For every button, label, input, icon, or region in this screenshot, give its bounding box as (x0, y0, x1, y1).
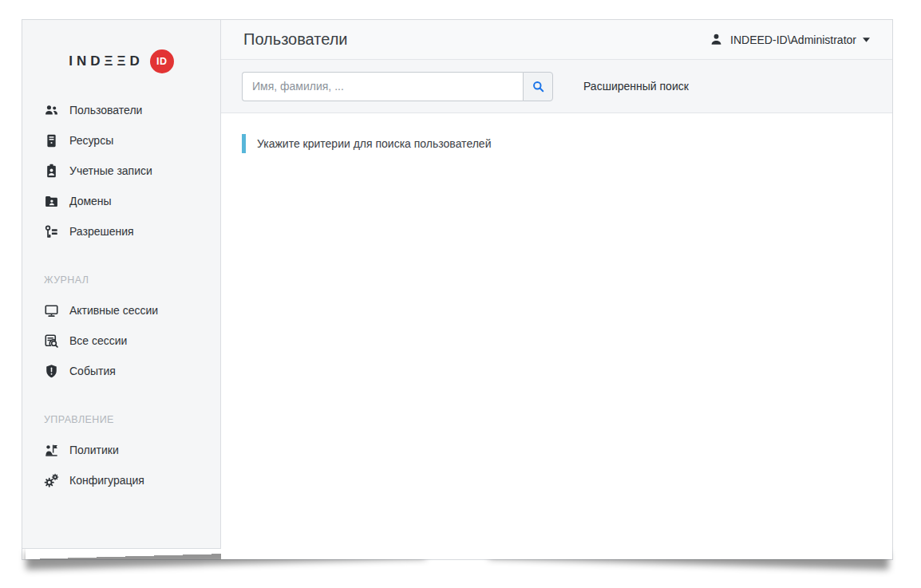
server-icon (44, 133, 59, 148)
sidebar-item[interactable]: Разрешения (44, 216, 220, 247)
sidebar-item-label: Ресурсы (69, 134, 113, 147)
shield-alert-icon (44, 364, 59, 379)
sidebar-item-label: События (69, 365, 116, 377)
key-list-icon (44, 224, 59, 239)
sidebar-item[interactable]: Ресурсы (44, 125, 220, 156)
sidebar-item-label: Домены (69, 195, 112, 207)
sidebar-item[interactable]: Политики (44, 435, 220, 465)
search-button[interactable] (523, 72, 553, 101)
sidebar-item-label: Все сессии (69, 334, 127, 347)
search-input[interactable] (242, 72, 523, 101)
logo-id-badge: ID (150, 49, 174, 73)
sidebar-item-label: Политики (69, 444, 119, 456)
user-menu-label: INDEED-ID\Administrator (730, 34, 856, 46)
sidebar-item-label: Разрешения (69, 225, 134, 238)
user-menu[interactable]: INDEED-ID\Administrator (709, 32, 870, 47)
sidebar-item-label: Учетные записи (69, 164, 152, 177)
sidebar-item[interactable]: Учетные записи (44, 156, 220, 186)
logo: INDΞΞD ID (22, 49, 220, 73)
person-icon (709, 32, 724, 47)
chevron-down-icon (863, 37, 870, 42)
users-icon (44, 103, 59, 118)
sidebar-item-label: Конфигурация (69, 474, 144, 487)
sidebar-item[interactable]: Домены (44, 186, 220, 216)
page-title: Пользователи (243, 30, 348, 49)
monitor-icon (44, 303, 59, 318)
sidebar-section-title: ЖУРНАЛ (44, 265, 220, 295)
folder-user-icon (44, 194, 59, 209)
app-window: INDΞΞD ID ПользователиРесурсыУчетные зап… (22, 19, 893, 560)
logo-brand-text: INDΞΞD (69, 53, 143, 69)
content-area: Укажите критерии для поиска пользователе… (221, 113, 892, 559)
empty-state-message: Укажите критерии для поиска пользователе… (242, 134, 872, 153)
sidebar-item[interactable]: Все сессии (44, 326, 220, 356)
sidebar-item[interactable]: Активные сессии (44, 295, 220, 326)
search-band: Расширенный поиск (221, 60, 892, 113)
advanced-search-link[interactable]: Расширенный поиск (583, 80, 689, 93)
policy-icon (44, 443, 59, 458)
search-group (242, 72, 553, 101)
doc-search-icon (44, 333, 59, 349)
sidebar-item[interactable]: Пользователи (44, 95, 220, 125)
gears-icon (44, 473, 59, 488)
sidebar-nav: ПользователиРесурсыУчетные записиДоменыР… (22, 95, 220, 495)
sidebar-item-label: Пользователи (69, 104, 142, 116)
empty-state-text: Укажите критерии для поиска пользователе… (257, 137, 491, 150)
id-badge-icon (44, 164, 59, 179)
sidebar-item[interactable]: События (44, 356, 220, 386)
topbar: Пользователи INDEED-ID\Administrator (221, 20, 892, 60)
info-accent-bar (242, 134, 246, 153)
sidebar: INDΞΞD ID ПользователиРесурсыУчетные зап… (22, 20, 221, 549)
search-icon (532, 80, 545, 93)
sidebar-section-title: УПРАВЛЕНИЕ (44, 404, 220, 435)
sidebar-item-label: Активные сессии (69, 304, 158, 317)
main-area: Пользователи INDEED-ID\Administrator (221, 20, 892, 559)
sidebar-item[interactable]: Конфигурация (44, 465, 220, 495)
